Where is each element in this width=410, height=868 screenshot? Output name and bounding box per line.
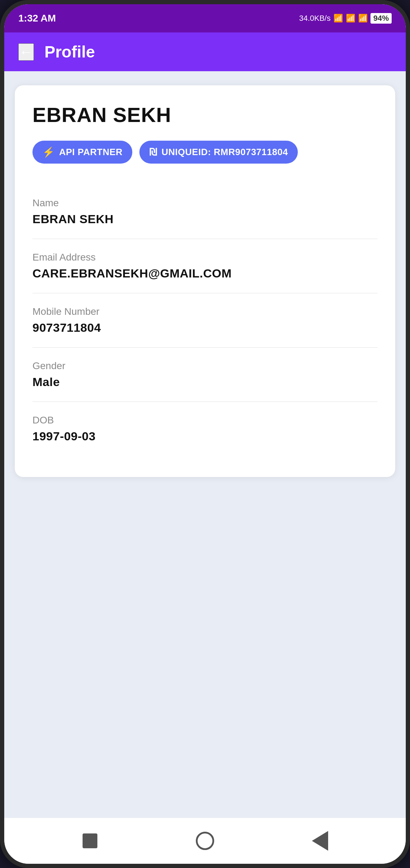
bottom-nav xyxy=(4,818,406,864)
nav-recents-button[interactable] xyxy=(79,830,101,851)
field-name: Name EBRAN SEKH xyxy=(32,185,378,239)
unique-id-label: UNIQUEID: RMR9073711804 xyxy=(162,147,288,158)
field-mobile-label: Mobile Number xyxy=(32,306,378,317)
top-bar: ← Profile xyxy=(4,32,406,71)
phone-frame: 1:32 AM 34.0KB/s 📶 📶 📶 94% ← Profile EBR… xyxy=(0,0,410,868)
lightning-icon: ⚡ xyxy=(42,146,55,158)
main-content: EBRAN SEKH ⚡ API PARTNER ₪ UNIQUEID: RMR… xyxy=(4,71,406,818)
field-email-label: Email Address xyxy=(32,252,378,263)
api-partner-badge: ⚡ API PARTNER xyxy=(32,141,132,164)
profile-card: EBRAN SEKH ⚡ API PARTNER ₪ UNIQUEID: RMR… xyxy=(15,85,395,477)
field-mobile-value: 9073711804 xyxy=(32,321,378,335)
field-dob: DOB 1997-09-03 xyxy=(32,402,378,456)
field-email-value: CARE.EBRANSEKH@GMAIL.COM xyxy=(32,267,378,280)
api-partner-label: API PARTNER xyxy=(59,147,123,158)
wifi-icon: 📶 xyxy=(358,14,368,23)
field-dob-label: DOB xyxy=(32,415,378,426)
phone-inner: 1:32 AM 34.0KB/s 📶 📶 📶 94% ← Profile EBR… xyxy=(4,4,406,864)
badge-row: ⚡ API PARTNER ₪ UNIQUEID: RMR9073711804 xyxy=(32,141,378,164)
nav-back-button[interactable] xyxy=(309,830,331,851)
signal-icon: 📶 xyxy=(346,14,355,23)
nav-home-button[interactable] xyxy=(194,830,216,851)
profile-fields: Name EBRAN SEKH Email Address CARE.EBRAN… xyxy=(32,185,378,456)
field-name-label: Name xyxy=(32,197,378,209)
field-dob-value: 1997-09-03 xyxy=(32,429,378,443)
field-gender-value: Male xyxy=(32,375,378,389)
back-button[interactable]: ← xyxy=(18,43,34,61)
status-bar: 1:32 AM 34.0KB/s 📶 📶 📶 94% xyxy=(4,4,406,32)
speed-indicator: 34.0KB/s xyxy=(299,14,331,23)
profile-name-heading: EBRAN SEKH xyxy=(32,103,378,127)
page-title: Profile xyxy=(44,42,95,61)
field-email: Email Address CARE.EBRANSEKH@GMAIL.COM xyxy=(32,239,378,293)
battery-icon: 94% xyxy=(370,13,392,24)
field-gender: Gender Male xyxy=(32,348,378,402)
triangle-icon xyxy=(312,831,328,851)
field-gender-label: Gender xyxy=(32,360,378,372)
shekel-icon: ₪ xyxy=(149,146,157,158)
status-icons: 34.0KB/s 📶 📶 📶 94% xyxy=(299,13,392,24)
circle-icon xyxy=(196,832,214,850)
field-name-value: EBRAN SEKH xyxy=(32,212,378,226)
bluetooth-icon: 📶 xyxy=(333,14,343,23)
square-icon xyxy=(83,833,97,848)
field-mobile: Mobile Number 9073711804 xyxy=(32,293,378,348)
unique-id-badge: ₪ UNIQUEID: RMR9073711804 xyxy=(139,141,298,164)
status-time: 1:32 AM xyxy=(18,13,56,24)
